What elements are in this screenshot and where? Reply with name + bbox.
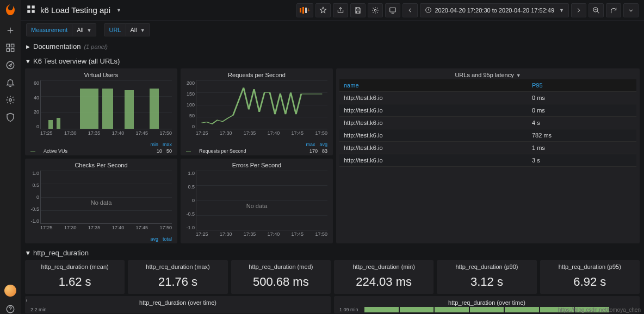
panel-title: http_req_duration (over time)	[28, 298, 327, 307]
panel-title: URLs and 95p latency▼	[339, 71, 636, 79]
panel-errors[interactable]: Errors Per Second 1.00.50-0.5-1.0 No dat…	[181, 159, 333, 243]
main: k6 Load Testing api ▼ + 2020-04-20 17:20…	[21, 0, 644, 314]
panel-title: Checks Per Second	[28, 161, 174, 169]
panel-urls-p95[interactable]: URLs and 95p latency▼ name P95 http://te…	[336, 68, 640, 243]
panel-title: http_req_duration (min)	[337, 262, 430, 271]
panel-over-time-1[interactable]: i http_req_duration (over time) 2.2 min	[25, 296, 331, 313]
dashboard-grid-icon[interactable]	[26, 4, 36, 16]
stat-value: 21.76 s	[131, 271, 224, 293]
share-button[interactable]	[333, 3, 348, 17]
singlestat-panel[interactable]: http_req_duration (max)21.76 s	[128, 260, 227, 294]
star-button[interactable]	[315, 3, 331, 17]
table-row[interactable]: http://test.k6.io782 ms	[339, 129, 636, 142]
var-measurement-label: Measurement	[26, 23, 72, 36]
bell-icon[interactable]	[5, 78, 15, 87]
save-button[interactable]	[350, 3, 366, 17]
info-icon[interactable]: i	[26, 297, 27, 303]
tv-mode-button[interactable]	[385, 3, 400, 17]
svg-rect-1	[11, 44, 14, 47]
panel-title: Virtual Users	[28, 71, 174, 79]
chevron-down-icon: ▶	[26, 59, 31, 63]
singlestat-panel[interactable]: http_req_duration (mean)1.62 s	[25, 260, 125, 294]
svg-rect-7	[27, 5, 30, 8]
panel-title: http_req_duration (p95)	[543, 262, 636, 271]
svg-rect-0	[7, 44, 9, 47]
svg-rect-8	[32, 5, 35, 8]
no-data-text: No data	[91, 199, 112, 206]
content: ▶ Documentation (1 panel) ▶ K6 Test over…	[21, 39, 644, 314]
plus-icon[interactable]	[5, 26, 15, 35]
singlestat-panel[interactable]: http_req_duration (p95)6.92 s	[540, 260, 640, 294]
watermark: https://blog.csdn.net/tomoya_chen	[558, 307, 641, 313]
svg-rect-2	[7, 49, 9, 52]
panel-checks[interactable]: Checks Per Second 1.00.50-0.5-1.0 No dat…	[25, 159, 177, 243]
zoom-out-button[interactable]	[589, 3, 604, 17]
panel-rps[interactable]: Requests per Second 200150100500 17:2517…	[181, 68, 333, 155]
row-overview[interactable]: ▶ K6 Test overview (all URLs)	[25, 54, 640, 68]
table-row[interactable]: http://test.k6.io0 ms	[339, 92, 636, 104]
stat-value: 500.68 ms	[234, 271, 327, 293]
stat-value: 224.03 ms	[337, 271, 430, 293]
panel-title: http_req_duration (mean)	[28, 262, 121, 271]
singlestat-panel[interactable]: http_req_duration (min)224.03 ms	[334, 260, 434, 294]
sidebar	[0, 0, 21, 314]
singlestat-panel[interactable]: http_req_duration (med)500.68 ms	[231, 260, 331, 294]
panel-title: http_req_duration (p90)	[440, 262, 533, 271]
stat-value: 1.62 s	[28, 271, 121, 293]
svg-rect-10	[32, 10, 35, 13]
var-measurement-value[interactable]: All ▼	[72, 23, 96, 36]
stat-value: 6.92 s	[543, 271, 636, 293]
panel-title: http_req_duration (max)	[131, 262, 224, 271]
panel-title: http_req_duration (over time)	[337, 298, 636, 307]
panel-virtual-users[interactable]: Virtual Users 6040200	[25, 68, 177, 155]
help-icon[interactable]	[5, 304, 15, 314]
cycle-view-button[interactable]: +	[296, 3, 313, 17]
row-http-req-duration[interactable]: ▶ http_req_duration	[25, 246, 640, 260]
clock-icon	[425, 7, 432, 14]
svg-rect-3	[11, 49, 14, 52]
table-row[interactable]: http://test.k6.io4 s	[339, 117, 636, 129]
svg-rect-9	[27, 10, 30, 13]
chevron-down-icon: ▶	[26, 251, 31, 255]
top-nav: k6 Load Testing api ▼ + 2020-04-20 17:20…	[21, 0, 644, 21]
chevron-down-icon: ▼	[559, 8, 564, 13]
chevron-right-icon: ▶	[26, 44, 30, 49]
chevron-down-icon[interactable]: ▼	[116, 8, 121, 13]
svg-rect-12	[389, 8, 395, 12]
dashboard-title[interactable]: k6 Load Testing api	[40, 5, 110, 15]
table-row[interactable]: http://test.k6.io1 ms	[339, 142, 636, 154]
table-row[interactable]: http://test.k6.io3 s	[339, 154, 636, 167]
grafana-logo-icon[interactable]	[4, 3, 17, 18]
variable-bar: Measurement All ▼ URL All ▼	[21, 21, 644, 39]
refresh-interval-button[interactable]	[623, 3, 639, 17]
time-back-button[interactable]	[403, 3, 418, 17]
no-data-text: No data	[246, 203, 268, 209]
singlestat-panel[interactable]: http_req_duration (p90)3.12 s	[437, 260, 536, 294]
time-range-text: 2020-04-20 17:20:30 to 2020-04-20 17:52:…	[435, 7, 555, 14]
var-url-label: URL	[104, 23, 126, 36]
gear-icon[interactable]	[5, 95, 15, 105]
row-documentation[interactable]: ▶ Documentation (1 panel)	[25, 39, 640, 54]
avatar[interactable]	[4, 285, 16, 297]
svg-point-5	[9, 99, 12, 102]
table-row[interactable]: http://test.k6.io0 ms	[339, 104, 636, 117]
svg-point-11	[374, 9, 376, 11]
settings-button[interactable]	[368, 3, 383, 17]
refresh-button[interactable]	[606, 3, 621, 17]
panel-title: http_req_duration (med)	[234, 262, 327, 271]
time-forward-button[interactable]	[571, 3, 586, 17]
stat-value: 3.12 s	[440, 271, 533, 293]
panel-title: Requests per Second	[184, 71, 330, 79]
panel-title: Errors Per Second	[184, 161, 330, 169]
apps-icon[interactable]	[5, 43, 15, 53]
var-url-value[interactable]: All ▼	[126, 23, 150, 36]
shield-icon[interactable]	[5, 112, 15, 122]
time-range-picker[interactable]: 2020-04-20 17:20:30 to 2020-04-20 17:52:…	[420, 3, 569, 17]
table-header: name P95	[339, 79, 636, 92]
compass-icon[interactable]	[5, 60, 15, 70]
